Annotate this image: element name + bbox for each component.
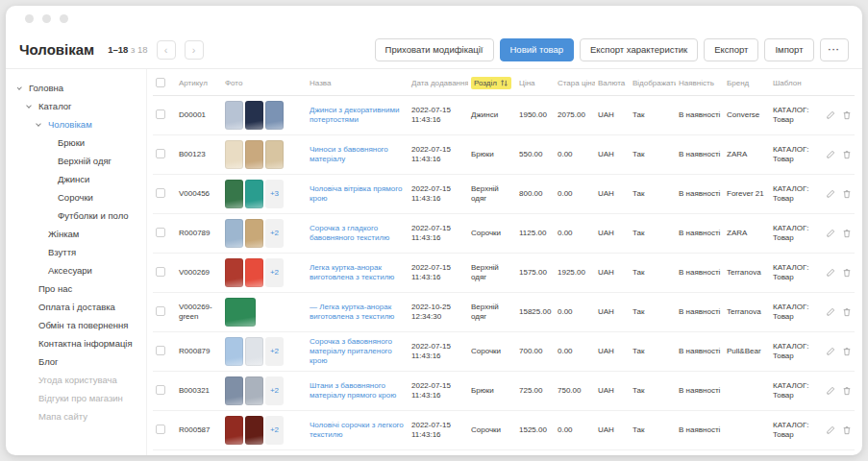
sidebar-item-11[interactable]: Про нас: [17, 279, 144, 298]
delete-icon[interactable]: [842, 110, 852, 120]
edit-icon[interactable]: [826, 150, 835, 159]
product-name-link[interactable]: Сорочка з бавовняного матеріалу притален…: [310, 337, 406, 366]
sidebar-item-6[interactable]: Сорочки: [17, 188, 144, 206]
row-checkbox[interactable]: [156, 425, 165, 434]
product-display: Так: [630, 411, 676, 450]
column-header-10[interactable]: Наявність: [676, 69, 724, 96]
column-header-1[interactable]: Артикул: [176, 69, 222, 96]
sort-icon[interactable]: [500, 79, 508, 87]
edit-icon[interactable]: [826, 347, 835, 356]
row-checkbox[interactable]: [156, 228, 165, 237]
delete-icon[interactable]: [842, 229, 852, 238]
more-photos-badge[interactable]: +2: [265, 219, 284, 248]
more-photos-badge[interactable]: +2: [265, 258, 284, 287]
prev-page-button[interactable]: ‹: [157, 40, 176, 60]
import-button[interactable]: Імпорт: [764, 38, 813, 61]
delete-icon[interactable]: [842, 150, 852, 159]
delete-icon[interactable]: [842, 386, 852, 396]
row-checkbox[interactable]: [156, 385, 165, 395]
sidebar-item-14[interactable]: Контактна інформація: [17, 334, 144, 352]
edit-icon[interactable]: [826, 307, 835, 317]
edit-icon[interactable]: [826, 386, 835, 396]
product-name-link[interactable]: Сорочка з гладкого бавовняного текстилю: [310, 224, 406, 243]
product-availability: В наявності: [676, 332, 724, 372]
product-brand: Terranova: [724, 254, 770, 293]
product-name-link[interactable]: Легка куртка-анорак виготовлена з тексти…: [310, 263, 406, 282]
column-header-8[interactable]: Валюта: [595, 69, 630, 96]
chevron-down-icon[interactable]: [27, 106, 38, 108]
more-photos-badge[interactable]: +2: [265, 416, 284, 445]
maximize-button[interactable]: [60, 14, 68, 23]
sidebar-item-17[interactable]: Відгуки про магазин: [17, 389, 144, 407]
sidebar-item-0[interactable]: Головна: [17, 79, 144, 97]
column-header-11[interactable]: Бренд: [724, 69, 770, 96]
delete-icon[interactable]: [842, 307, 852, 317]
sidebar-item-5[interactable]: Джинси: [17, 170, 144, 188]
new-product-button[interactable]: Новий товар: [500, 38, 574, 61]
column-header-7[interactable]: Стара ціна: [555, 69, 595, 96]
product-display: Так: [630, 175, 676, 214]
edit-icon[interactable]: [826, 268, 835, 278]
sidebar-item-18[interactable]: Мапа сайту: [17, 407, 144, 425]
minimize-button[interactable]: [42, 14, 51, 23]
sidebar-item-7[interactable]: Футболки и поло: [17, 206, 144, 225]
product-name-link[interactable]: — Легка куртка-анорак виготовлена з текс…: [310, 303, 406, 322]
delete-icon[interactable]: [842, 189, 852, 199]
chevron-down-icon[interactable]: [17, 87, 29, 89]
column-header-12[interactable]: Шаблон: [770, 69, 818, 96]
delete-icon[interactable]: [842, 347, 852, 356]
product-name-link[interactable]: Чиноси з бавовняного матеріалу: [310, 145, 406, 164]
sidebar-item-9[interactable]: Взуття: [17, 243, 144, 261]
column-header-4[interactable]: Дата додавання: [409, 69, 468, 96]
sidebar-item-10[interactable]: Аксесуари: [17, 261, 144, 279]
row-checkbox[interactable]: [156, 149, 165, 158]
sidebar-item-16[interactable]: Угода користувача: [17, 371, 144, 389]
row-checkbox[interactable]: [156, 109, 165, 119]
edit-icon[interactable]: [826, 110, 835, 120]
product-name-link[interactable]: Чоловічі сорочки з легкого текстилю: [310, 421, 406, 440]
chevron-down-icon[interactable]: [37, 124, 48, 126]
sidebar-item-label: Джинси: [58, 174, 89, 184]
select-all-checkbox[interactable]: [156, 78, 165, 87]
export-button[interactable]: Експорт: [704, 38, 758, 61]
sidebar-item-label: Головна: [29, 83, 63, 93]
sidebar-item-8[interactable]: Жінкам: [17, 225, 144, 243]
export-characteristics-button[interactable]: Експорт характеристик: [580, 38, 698, 61]
column-header-5[interactable]: Розділ: [468, 69, 516, 96]
sidebar-item-label: Угода користувача: [38, 375, 117, 385]
sidebar-item-13[interactable]: Обмін та повернення: [17, 316, 144, 334]
edit-icon[interactable]: [826, 229, 835, 238]
sidebar-item-1[interactable]: Каталог: [17, 97, 144, 115]
more-photos-badge[interactable]: +2: [265, 337, 284, 366]
row-checkbox[interactable]: [156, 267, 165, 277]
column-header-2[interactable]: Фото: [222, 69, 307, 96]
product-name-link[interactable]: Джинси з декоративними потертостями: [310, 106, 406, 125]
edit-icon[interactable]: [826, 189, 835, 199]
row-checkbox[interactable]: [156, 346, 165, 355]
column-header-3[interactable]: Назва: [307, 69, 409, 96]
product-name-link[interactable]: Штани з бавовняного матеріалу прямого кр…: [310, 381, 406, 400]
table-row: R000587 +2 Чоловічі сорочки з легкого те…: [153, 411, 855, 450]
sidebar-item-3[interactable]: Брюки: [17, 133, 144, 152]
sidebar-item-15[interactable]: Блог: [17, 352, 144, 371]
column-header-6[interactable]: Ціна: [516, 69, 555, 96]
more-actions-button[interactable]: ···: [820, 38, 850, 61]
more-photos-badge[interactable]: +2: [265, 376, 284, 405]
delete-icon[interactable]: [842, 425, 852, 435]
edit-icon[interactable]: [826, 425, 835, 435]
column-header-9[interactable]: Відображати: [630, 69, 676, 96]
sidebar-item-2[interactable]: Чоловікам: [17, 115, 144, 133]
next-page-button[interactable]: ›: [185, 40, 204, 60]
product-photo: [245, 258, 263, 287]
delete-icon[interactable]: [842, 268, 852, 278]
row-checkbox[interactable]: [156, 306, 165, 316]
sidebar-item-label: Верхній одяг: [58, 156, 112, 166]
hide-modifications-button[interactable]: Приховати модифікації: [375, 38, 494, 61]
sidebar-item-12[interactable]: Оплата і доставка: [17, 298, 144, 316]
product-name-link[interactable]: Чоловіча вітрівка прямого крою: [310, 184, 406, 204]
product-sku: R000789: [176, 214, 222, 254]
more-photos-badge[interactable]: +3: [265, 180, 284, 208]
sidebar-item-4[interactable]: Верхній одяг: [17, 152, 144, 170]
row-checkbox[interactable]: [156, 188, 165, 198]
close-button[interactable]: [25, 14, 34, 23]
